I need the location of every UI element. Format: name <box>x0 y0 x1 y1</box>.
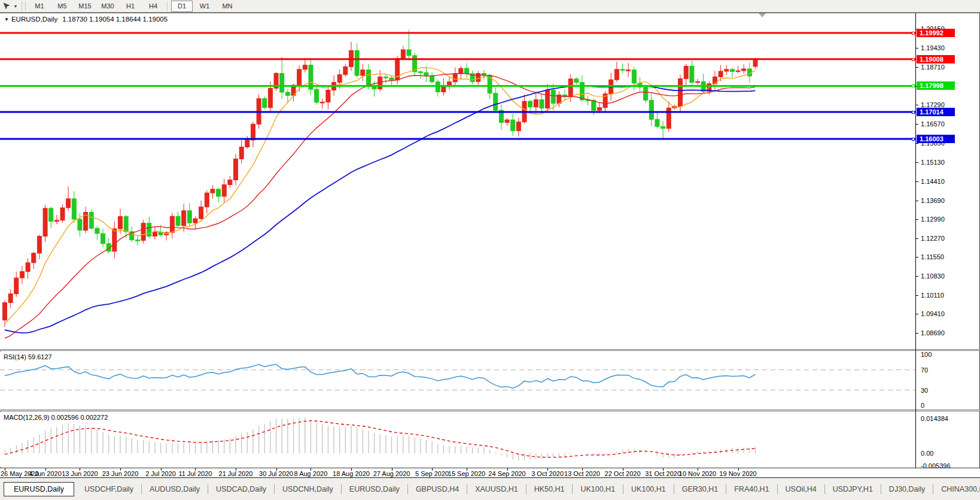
candle-body <box>147 223 151 237</box>
panel-separator-main-rsi[interactable] <box>0 349 980 351</box>
timeframe-button-m5[interactable]: M5 <box>51 1 73 12</box>
price-tag-1.17014[interactable]: 1.17014 <box>917 108 955 116</box>
candle-body <box>666 108 671 128</box>
candle-body <box>263 99 267 108</box>
timeframe-button-mn[interactable]: MN <box>217 1 238 12</box>
candle-body <box>753 59 757 66</box>
candle-body <box>303 65 307 69</box>
candle-body <box>505 120 509 122</box>
price-tick-label: 1.10110 <box>921 292 944 299</box>
timeframe-button-h1[interactable]: H1 <box>120 1 141 12</box>
timeframe-button-w1[interactable]: W1 <box>194 1 215 12</box>
candle-body <box>14 278 19 294</box>
tab-eurusd-daily[interactable]: EURUSD,Daily <box>4 482 74 496</box>
tab-eurusd-daily[interactable]: EURUSD,Daily <box>342 483 407 496</box>
candle-body <box>424 72 428 75</box>
date-label: 24 Sep 2020 <box>488 470 525 477</box>
price-tag-1.19008[interactable]: 1.19008 <box>917 55 955 63</box>
tab-gbpusd-h4[interactable]: GBPUSD,H4 <box>408 483 467 496</box>
tab-usdchf-daily[interactable]: USDCHF,Daily <box>77 483 141 496</box>
toolbar-grip[interactable] <box>22 2 26 11</box>
price-tick <box>916 276 918 277</box>
tab-audusd-daily[interactable]: AUDUSD,Daily <box>142 483 208 496</box>
price-tag-1.19992[interactable]: 1.19992 <box>917 29 955 37</box>
price-axis[interactable]: 1.201501.194301.187101.179901.172901.165… <box>916 13 979 468</box>
candle-body <box>516 122 521 131</box>
candle-body <box>551 90 555 103</box>
price-tick <box>916 201 918 201</box>
tab-hk50-h1[interactable]: HK50,H1 <box>526 483 573 496</box>
date-label: 8 Aug 2020 <box>294 470 328 477</box>
cursor-tool-icon[interactable] <box>1 1 12 11</box>
timeframe-button-m15[interactable]: M15 <box>74 1 96 12</box>
candle-body <box>736 71 740 72</box>
candle-body <box>661 126 665 128</box>
price-tick-label: 1.11550 <box>921 253 944 260</box>
hline-anchor-marker[interactable] <box>912 84 915 87</box>
candle-body <box>78 219 82 231</box>
timeframe-button-m30[interactable]: M30 <box>97 1 118 12</box>
main-chart-canvas[interactable] <box>0 13 915 350</box>
hline-anchor-marker[interactable] <box>912 58 915 61</box>
timeframe-button-m1[interactable]: M1 <box>29 1 50 12</box>
candle-body <box>239 147 244 159</box>
candle-body <box>89 213 93 229</box>
toolbar-divider <box>167 1 168 11</box>
candle-body <box>170 216 174 232</box>
hline-anchor-marker[interactable] <box>912 111 915 114</box>
candle-body <box>32 253 36 263</box>
timeframe-button-d1[interactable]: D1 <box>171 1 193 12</box>
price-tick-label: 1.19430 <box>921 44 945 51</box>
timeframe-button-h4[interactable]: H4 <box>142 1 164 12</box>
tab-dj30-daily[interactable]: DJ30,Daily <box>881 483 933 496</box>
tab-china300-h1[interactable]: CHINA300,H1 <box>933 483 980 496</box>
price-tag-1.16003[interactable]: 1.16003 <box>917 135 955 143</box>
macd-axis-label: 0.00 <box>921 450 933 457</box>
rsi-axis-label: 0 <box>921 402 924 409</box>
price-tick <box>916 333 918 334</box>
rsi-line <box>5 365 756 389</box>
candle-body <box>448 82 452 86</box>
hline-anchor-marker[interactable] <box>912 32 915 35</box>
candle-body <box>649 100 653 119</box>
tab-xauusd-h1[interactable]: XAUUSD,H1 <box>467 483 526 496</box>
hline-anchor-marker[interactable] <box>912 138 915 141</box>
candle-body <box>384 77 388 78</box>
candle-body <box>614 69 619 80</box>
price-tick-label: 1.16570 <box>921 120 945 128</box>
candle-body <box>372 87 376 89</box>
tab-usoil-h4[interactable]: USOil,H4 <box>778 483 824 496</box>
chart-shift-marker-icon[interactable] <box>759 13 766 17</box>
date-label: 3 Oct 2020 <box>531 470 564 477</box>
cursor-tool-dropdown-icon[interactable]: ▼ <box>12 4 19 8</box>
candle-body <box>285 92 290 95</box>
price-tag-1.17998[interactable]: 1.17998 <box>917 81 955 90</box>
time-axis[interactable]: 26 May 20204 Jun 202013 Jun 202023 Jun 2… <box>0 468 980 477</box>
price-tick <box>916 124 918 125</box>
tab-ger30-h1[interactable]: GER30,H1 <box>674 483 726 496</box>
candle-body <box>26 263 30 272</box>
rsi-axis-label: 30 <box>921 387 928 394</box>
collapse-triangle-icon[interactable]: ▼ <box>4 17 9 22</box>
rsi-canvas[interactable] <box>0 351 915 410</box>
tab-usdjpy-h1[interactable]: USDJPY,H1 <box>825 483 881 496</box>
date-label: 2 Jul 2020 <box>145 470 176 477</box>
tab-usdcnh-daily[interactable]: USDCNH,Daily <box>275 483 341 496</box>
candle-body <box>95 228 99 234</box>
panel-separator-rsi-macd[interactable] <box>0 410 980 411</box>
candle-body <box>730 69 734 72</box>
tab-uk100-h1[interactable]: UK100,H1 <box>573 483 623 496</box>
candle-body <box>3 302 7 320</box>
candle-body <box>124 217 128 232</box>
tab-usdcad-daily[interactable]: USDCAD,Daily <box>208 483 274 496</box>
candle-body <box>268 88 272 107</box>
tab-uk100-h1[interactable]: UK100,H1 <box>623 483 674 496</box>
macd-canvas[interactable] <box>0 412 915 467</box>
timeframe-toolbar: ▼ M1M5M15M30H1H4 D1W1MN <box>0 0 980 13</box>
candle-body <box>337 75 342 83</box>
ma-fast-line <box>5 68 756 323</box>
price-tick-label: 1.12270 <box>921 235 945 242</box>
candle-body <box>534 99 538 107</box>
candle-body <box>280 74 284 92</box>
tab-fra40-h1[interactable]: FRA40,H1 <box>726 483 777 496</box>
